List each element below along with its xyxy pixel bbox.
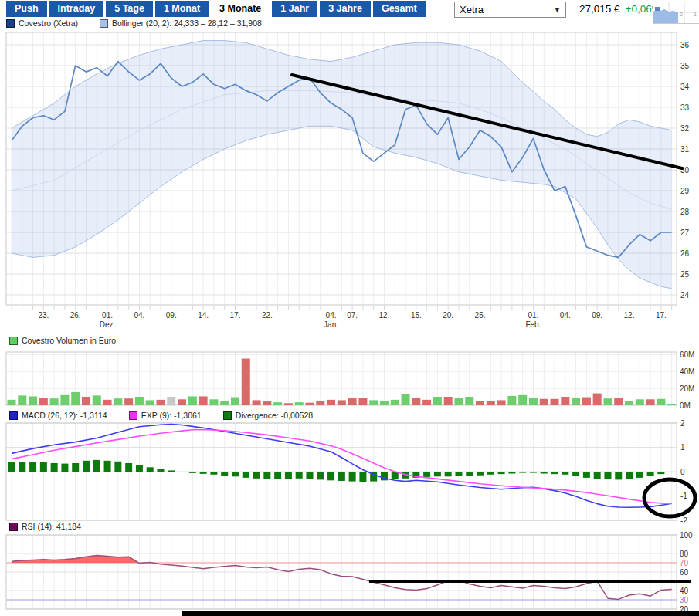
- divergence-bar: [551, 472, 558, 474]
- volume-bar: [146, 400, 154, 405]
- volume-bar: [380, 401, 389, 406]
- divergence-bar: [349, 472, 356, 482]
- range-button-gesamt[interactable]: Gesamt: [373, 1, 426, 17]
- legend-label: MACD (26, 12): -1,3114: [22, 411, 107, 420]
- volume-bar: [135, 397, 144, 405]
- divergence-bar: [125, 463, 132, 472]
- legend-item: MACD (26, 12): -1,3114: [9, 411, 107, 420]
- range-button-1-jahr[interactable]: 1 Jahr: [272, 1, 317, 17]
- volume-bar: [497, 400, 506, 405]
- volume-bar: [646, 399, 655, 405]
- volume-bar: [625, 401, 633, 406]
- divergence-bar: [93, 460, 100, 472]
- range-button-1-monat[interactable]: 1 Monat: [155, 1, 209, 17]
- mini-chart-thumbnail: 2 1: [653, 2, 699, 24]
- axis-tick-label: 09.: [592, 311, 602, 320]
- macd-chart-canvas[interactable]: 210-1-2: [0, 420, 699, 525]
- divergence-bar: [594, 472, 601, 479]
- divergence-bar: [243, 472, 249, 478]
- volume-bar: [199, 396, 208, 405]
- legend-label: EXP (9): -1,3061: [141, 411, 202, 420]
- axis-tick-label: 35: [680, 62, 690, 70]
- divergence-bar: [285, 472, 292, 479]
- divergence-bar: [423, 472, 430, 477]
- rsi-chart-canvas[interactable]: 100807060403020: [0, 531, 699, 616]
- volume-bar: [82, 397, 90, 405]
- volume-bar: [167, 397, 175, 405]
- range-button-3-jahre[interactable]: 3 Jahre: [320, 1, 371, 17]
- axis-tick-label: 1: [680, 443, 685, 452]
- main-chart-legend: Covestro (Xetra)Bollinger (20, 2): 24,33…: [6, 19, 262, 28]
- legend-label: Divergence: -0,00528: [236, 411, 313, 420]
- volume-chart-canvas[interactable]: 60M40M20M0M: [0, 347, 699, 411]
- axis-tick-label: 33: [680, 103, 690, 112]
- circle-annotation: [644, 479, 695, 516]
- divergence-bar: [668, 472, 675, 472]
- divergence-bar: [29, 462, 36, 472]
- divergence-bar: [61, 464, 68, 472]
- axis-tick-label: 12.: [379, 311, 390, 320]
- volume-bar: [476, 401, 484, 406]
- divergence-bar: [136, 465, 143, 472]
- range-button-push[interactable]: Push: [6, 1, 47, 17]
- legend-swatch: [223, 411, 232, 420]
- chevron-down-icon: ▼: [554, 6, 561, 14]
- divergence-bar: [541, 472, 548, 474]
- divergence-bar: [498, 472, 505, 474]
- time-range-toolbar: PushIntraday5 Tage1 Monat3 Monate1 Jahr3…: [6, 1, 426, 17]
- volume-bar: [518, 395, 527, 405]
- axis-tick-label: 36: [680, 41, 690, 49]
- axis-tick-label: 25.: [475, 311, 486, 320]
- axis-tick-label: 29: [680, 187, 690, 195]
- axis-tick-label: 20.: [443, 311, 453, 320]
- axis-tick-label: 09.: [166, 311, 177, 320]
- range-button-5-tage[interactable]: 5 Tage: [106, 1, 153, 17]
- volume-bar: [422, 400, 431, 405]
- volume-bar: [178, 399, 186, 405]
- volume-bar: [273, 402, 282, 405]
- volume-bar: [124, 398, 133, 405]
- exchange-select-value: Xetra: [460, 4, 484, 15]
- volume-bar: [71, 392, 80, 405]
- divergence-bar: [572, 472, 579, 476]
- volume-bar: [603, 398, 612, 405]
- divergence-bar: [636, 472, 643, 478]
- volume-bar: [614, 398, 623, 405]
- volume-bar: [295, 402, 304, 405]
- axis-tick-label: 23.: [38, 311, 49, 320]
- divergence-bar: [221, 472, 228, 476]
- divergence-bar: [168, 470, 175, 472]
- legend-item: RSI (14): 41,184: [9, 522, 81, 531]
- volume-bar: [8, 400, 16, 405]
- divergence-bar: [604, 472, 611, 479]
- axis-tick-label: -1: [680, 492, 687, 500]
- axis-tick-label: 24: [680, 291, 690, 300]
- legend-label: Covestro (Xetra): [19, 19, 78, 28]
- range-button-3-monate[interactable]: 3 Monate: [211, 1, 270, 17]
- volume-bar: [667, 404, 676, 405]
- axis-tick-label: 70: [680, 559, 689, 567]
- axis-tick-label: 100: [680, 531, 693, 540]
- range-button-intraday[interactable]: Intraday: [49, 1, 104, 17]
- quote-box: 27,015 € +0,06%: [579, 3, 661, 15]
- axis-tick-label: 26.: [70, 311, 81, 320]
- divergence-bar: [72, 463, 79, 472]
- axis-tick-label: Dez.: [100, 320, 116, 329]
- main-chart-canvas[interactable]: 3635343332313029282726252423.26.01.Dez.0…: [0, 29, 699, 333]
- legend-item: Covestro (Xetra): [6, 19, 78, 28]
- axis-tick-label: 12.: [624, 311, 635, 320]
- volume-bar: [242, 359, 250, 406]
- divergence-bar: [104, 461, 111, 472]
- divergence-bar: [455, 472, 462, 476]
- exchange-select[interactable]: Xetra ▼: [454, 2, 566, 18]
- divergence-bar: [274, 472, 281, 479]
- volume-bar: [18, 395, 26, 405]
- axis-tick-label: 01.: [528, 311, 539, 320]
- volume-bar: [316, 401, 324, 405]
- stock-chart-page: { "toolbar": { "buttons": [ {"label": "P…: [0, 0, 699, 616]
- divergence-bar: [296, 472, 303, 479]
- legend-swatch: [6, 19, 15, 28]
- mini-chart-canvas: 2 1: [653, 2, 699, 23]
- divergence-bar: [157, 469, 164, 472]
- axis-tick-label: 07.: [347, 311, 358, 320]
